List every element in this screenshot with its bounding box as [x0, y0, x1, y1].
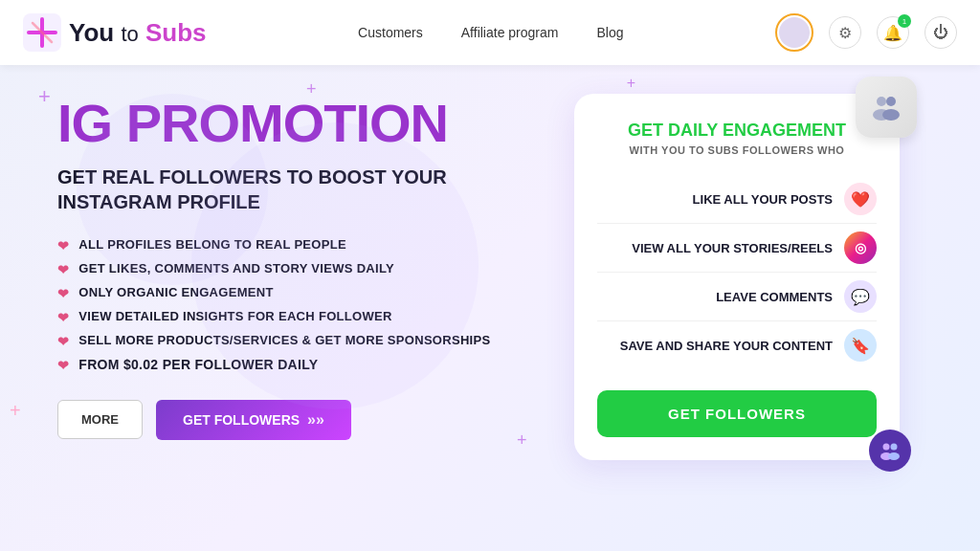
- logo[interactable]: You to Subs: [23, 13, 207, 52]
- heart-icon-5: ❤: [57, 334, 69, 349]
- feature-item-3: ❤ ONLY ORGANIC ENGAGEMENT: [57, 285, 555, 301]
- save-engagement-icon: 🔖: [844, 329, 877, 362]
- svg-point-4: [877, 97, 886, 106]
- feature-item-2: ❤ GET LIKES, COMMENTS AND STORY VIEWS DA…: [57, 261, 555, 277]
- deco-plus-4: +: [10, 400, 21, 422]
- power-icon: ⏻: [933, 24, 948, 41]
- chevrons-icon: »»: [307, 411, 324, 429]
- engagement-item-comments: LEAVE COMMENTS 💬: [597, 273, 877, 321]
- card-subtitle: WITH YOU TO SUBS FOLLOWERS WHO: [597, 144, 877, 156]
- svg-point-5: [886, 97, 896, 106]
- feature-item-6: ❤ FROM $0.02 PER FOLLOWER DAILY: [57, 357, 555, 373]
- nav-blog[interactable]: Blog: [596, 25, 623, 40]
- avatar[interactable]: [775, 13, 813, 52]
- notification-badge: 1: [898, 14, 911, 28]
- heart-icon-3: ❤: [57, 286, 69, 301]
- engagement-item-stories: VIEW ALL YOUR STORIES/REELS ◎: [597, 224, 877, 273]
- heart-icon-1: ❤: [57, 238, 69, 253]
- people-icon: [869, 90, 903, 124]
- card-get-followers-button[interactable]: GET FOLLOWERS: [597, 390, 877, 437]
- card-title: GET DAILY ENGAGEMENT: [597, 121, 877, 141]
- cta-row: MORE GET FOLLOWERS »»: [57, 400, 555, 440]
- ig-promotion-title: IG PROMOTION: [57, 94, 555, 153]
- engagement-list: LIKE ALL YOUR POSTS ❤️ VIEW ALL YOUR STO…: [597, 175, 877, 369]
- logo-icon: [23, 13, 61, 52]
- stories-engagement-icon: ◎: [844, 231, 877, 264]
- heart-icon-6: ❤: [57, 358, 69, 373]
- nav-customers[interactable]: Customers: [358, 25, 423, 40]
- get-followers-button[interactable]: GET FOLLOWERS »»: [156, 400, 351, 440]
- settings-icon: ⚙: [838, 24, 852, 42]
- hero-left: IG PROMOTION GET REAL FOLLOWERS TO BOOST…: [57, 94, 555, 440]
- svg-point-7: [882, 109, 900, 121]
- notifications-button[interactable]: 🔔 1: [877, 16, 909, 49]
- heart-icon-4: ❤: [57, 310, 69, 325]
- svg-point-8: [883, 444, 890, 451]
- main-nav: Customers Affiliate program Blog: [358, 25, 623, 40]
- heart-icon-2: ❤: [57, 262, 69, 277]
- header-actions: ⚙ 🔔 1 ⏻: [775, 13, 957, 52]
- feature-item-5: ❤ SELL MORE PRODUCTS/SERVICES & GET MORE…: [57, 333, 555, 349]
- engagement-item-save: SAVE AND SHARE YOUR CONTENT 🔖: [597, 321, 877, 369]
- svg-point-9: [891, 444, 898, 451]
- main-content: + + + + + IG PROMOTION GET REAL FOLLOWER…: [0, 65, 980, 479]
- feature-item-1: ❤ ALL PROFILES BELONG TO REAL PEOPLE: [57, 237, 555, 253]
- engagement-item-likes: LIKE ALL YOUR POSTS ❤️: [597, 175, 877, 224]
- deco-plus-1: +: [38, 84, 51, 109]
- deco-plus-3: +: [627, 75, 635, 92]
- avatar-image: [779, 17, 810, 48]
- hero-subtitle: GET REAL FOLLOWERS TO BOOST YOUR INSTAGR…: [57, 165, 555, 214]
- comments-engagement-icon: 💬: [844, 280, 877, 313]
- features-list: ❤ ALL PROFILES BELONG TO REAL PEOPLE ❤ G…: [57, 237, 555, 373]
- header: You to Subs Customers Affiliate program …: [0, 0, 980, 65]
- more-button[interactable]: MORE: [57, 400, 143, 439]
- card-corner-people-icon: [869, 430, 911, 472]
- settings-button[interactable]: ⚙: [829, 16, 861, 49]
- feature-item-4: ❤ VIEW DETAILED INSIGHTS FOR EACH FOLLOW…: [57, 309, 555, 325]
- power-button[interactable]: ⏻: [924, 16, 957, 49]
- engagement-card: GET DAILY ENGAGEMENT WITH YOU TO SUBS FO…: [574, 94, 900, 460]
- svg-point-11: [888, 452, 900, 460]
- people-small-icon: [879, 439, 902, 462]
- nav-affiliate[interactable]: Affiliate program: [461, 25, 559, 40]
- logo-text: You to Subs: [69, 18, 207, 48]
- heart-engagement-icon: ❤️: [844, 183, 877, 215]
- card-top-icon: [856, 77, 917, 138]
